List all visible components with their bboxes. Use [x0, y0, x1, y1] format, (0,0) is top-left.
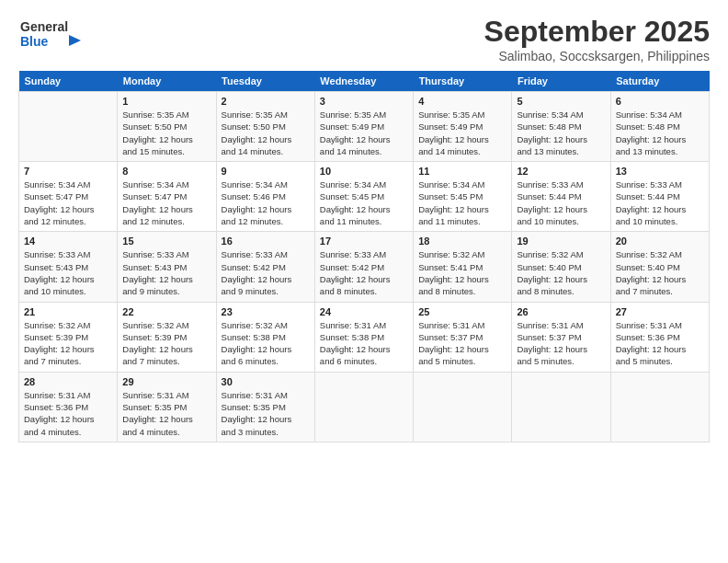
day-number: 30 — [222, 376, 310, 387]
day-number: 16 — [222, 236, 310, 247]
day-number: 9 — [222, 166, 310, 177]
page-title: September 2025 — [484, 15, 710, 49]
calendar-cell — [314, 372, 413, 442]
calendar-cell: 15Sunrise: 5:33 AM Sunset: 5:43 PM Dayli… — [118, 232, 216, 302]
calendar-cell: 3Sunrise: 5:35 AM Sunset: 5:49 PM Daylig… — [314, 92, 413, 162]
calendar-cell: 2Sunrise: 5:35 AM Sunset: 5:50 PM Daylig… — [216, 92, 314, 162]
calendar-week-row: 28Sunrise: 5:31 AM Sunset: 5:36 PM Dayli… — [19, 372, 710, 442]
column-header-saturday: Saturday — [610, 71, 709, 92]
column-header-thursday: Thursday — [414, 71, 512, 92]
calendar-cell — [610, 372, 709, 442]
day-info: Sunrise: 5:31 AM Sunset: 5:37 PM Dayligh… — [517, 319, 605, 368]
day-info: Sunrise: 5:35 AM Sunset: 5:50 PM Dayligh… — [222, 109, 310, 157]
calendar-cell: 1Sunrise: 5:35 AM Sunset: 5:50 PM Daylig… — [118, 92, 216, 162]
day-number: 12 — [517, 166, 605, 177]
day-number: 2 — [222, 96, 310, 107]
svg-marker-2 — [69, 35, 81, 46]
day-number: 22 — [122, 306, 210, 317]
calendar-cell: 27Sunrise: 5:31 AM Sunset: 5:36 PM Dayli… — [610, 302, 709, 372]
day-number: 19 — [517, 236, 605, 247]
calendar-header-row: SundayMondayTuesdayWednesdayThursdayFrid… — [19, 71, 710, 92]
calendar-cell: 28Sunrise: 5:31 AM Sunset: 5:36 PM Dayli… — [19, 372, 118, 442]
calendar-cell — [19, 92, 118, 162]
calendar-cell — [512, 372, 610, 442]
day-number: 27 — [616, 306, 704, 317]
day-info: Sunrise: 5:31 AM Sunset: 5:36 PM Dayligh… — [24, 389, 112, 438]
calendar-week-row: 7Sunrise: 5:34 AM Sunset: 5:47 PM Daylig… — [19, 162, 710, 232]
day-number: 7 — [24, 166, 112, 177]
calendar-cell: 22Sunrise: 5:32 AM Sunset: 5:39 PM Dayli… — [118, 302, 216, 372]
day-info: Sunrise: 5:32 AM Sunset: 5:40 PM Dayligh… — [616, 248, 704, 297]
calendar-cell: 16Sunrise: 5:33 AM Sunset: 5:42 PM Dayli… — [216, 232, 314, 302]
day-info: Sunrise: 5:32 AM Sunset: 5:41 PM Dayligh… — [418, 248, 506, 297]
day-number: 14 — [24, 236, 112, 247]
calendar-cell: 20Sunrise: 5:32 AM Sunset: 5:40 PM Dayli… — [610, 232, 709, 302]
day-info: Sunrise: 5:34 AM Sunset: 5:45 PM Dayligh… — [320, 178, 408, 227]
day-info: Sunrise: 5:32 AM Sunset: 5:40 PM Dayligh… — [517, 248, 605, 297]
calendar-cell: 6Sunrise: 5:34 AM Sunset: 5:48 PM Daylig… — [610, 92, 709, 162]
header: General Blue September 2025 Salimbao, So… — [18, 15, 710, 63]
calendar-cell: 23Sunrise: 5:32 AM Sunset: 5:38 PM Dayli… — [216, 302, 314, 372]
day-number: 21 — [24, 306, 112, 317]
day-number: 18 — [418, 236, 506, 247]
day-info: Sunrise: 5:34 AM Sunset: 5:47 PM Dayligh… — [24, 178, 112, 227]
day-info: Sunrise: 5:33 AM Sunset: 5:43 PM Dayligh… — [24, 248, 112, 297]
calendar-week-row: 1Sunrise: 5:35 AM Sunset: 5:50 PM Daylig… — [19, 92, 710, 162]
day-info: Sunrise: 5:34 AM Sunset: 5:47 PM Dayligh… — [122, 178, 210, 227]
calendar-cell: 29Sunrise: 5:31 AM Sunset: 5:35 PM Dayli… — [118, 372, 216, 442]
day-number: 8 — [122, 166, 210, 177]
calendar-cell: 24Sunrise: 5:31 AM Sunset: 5:38 PM Dayli… — [314, 302, 413, 372]
day-info: Sunrise: 5:31 AM Sunset: 5:38 PM Dayligh… — [320, 319, 408, 368]
day-number: 23 — [222, 306, 310, 317]
day-info: Sunrise: 5:33 AM Sunset: 5:42 PM Dayligh… — [222, 248, 310, 297]
calendar-cell: 4Sunrise: 5:35 AM Sunset: 5:49 PM Daylig… — [414, 92, 512, 162]
title-block: September 2025 Salimbao, Soccsksargen, P… — [484, 15, 710, 63]
day-number: 24 — [320, 306, 408, 317]
day-info: Sunrise: 5:32 AM Sunset: 5:38 PM Dayligh… — [222, 319, 310, 368]
calendar-week-row: 21Sunrise: 5:32 AM Sunset: 5:39 PM Dayli… — [19, 302, 710, 372]
day-info: Sunrise: 5:34 AM Sunset: 5:48 PM Dayligh… — [616, 109, 704, 157]
calendar-cell: 9Sunrise: 5:34 AM Sunset: 5:46 PM Daylig… — [216, 162, 314, 232]
logo-svg: General Blue — [18, 15, 92, 52]
column-header-sunday: Sunday — [19, 71, 118, 92]
calendar-cell: 14Sunrise: 5:33 AM Sunset: 5:43 PM Dayli… — [19, 232, 118, 302]
page: General Blue September 2025 Salimbao, So… — [0, 0, 728, 563]
calendar-cell: 21Sunrise: 5:32 AM Sunset: 5:39 PM Dayli… — [19, 302, 118, 372]
day-info: Sunrise: 5:34 AM Sunset: 5:46 PM Dayligh… — [222, 178, 310, 227]
calendar-table: SundayMondayTuesdayWednesdayThursdayFrid… — [18, 71, 710, 442]
day-info: Sunrise: 5:35 AM Sunset: 5:49 PM Dayligh… — [418, 109, 506, 157]
calendar-cell: 10Sunrise: 5:34 AM Sunset: 5:45 PM Dayli… — [314, 162, 413, 232]
day-number: 17 — [320, 236, 408, 247]
day-info: Sunrise: 5:31 AM Sunset: 5:36 PM Dayligh… — [616, 319, 704, 368]
day-number: 11 — [418, 166, 506, 177]
day-number: 1 — [122, 96, 210, 107]
day-number: 3 — [320, 96, 408, 107]
page-subtitle: Salimbao, Soccsksargen, Philippines — [484, 49, 710, 63]
day-info: Sunrise: 5:32 AM Sunset: 5:39 PM Dayligh… — [24, 319, 112, 368]
svg-text:Blue: Blue — [20, 34, 49, 49]
day-info: Sunrise: 5:32 AM Sunset: 5:39 PM Dayligh… — [122, 319, 210, 368]
svg-text:General: General — [20, 19, 68, 34]
day-info: Sunrise: 5:33 AM Sunset: 5:44 PM Dayligh… — [616, 178, 704, 227]
day-info: Sunrise: 5:31 AM Sunset: 5:35 PM Dayligh… — [122, 389, 210, 438]
calendar-cell: 30Sunrise: 5:31 AM Sunset: 5:35 PM Dayli… — [216, 372, 314, 442]
day-info: Sunrise: 5:35 AM Sunset: 5:50 PM Dayligh… — [122, 109, 210, 157]
column-header-tuesday: Tuesday — [216, 71, 314, 92]
calendar-cell: 13Sunrise: 5:33 AM Sunset: 5:44 PM Dayli… — [610, 162, 709, 232]
day-number: 29 — [122, 376, 210, 387]
day-info: Sunrise: 5:31 AM Sunset: 5:35 PM Dayligh… — [222, 389, 310, 438]
column-header-monday: Monday — [118, 71, 216, 92]
day-info: Sunrise: 5:33 AM Sunset: 5:42 PM Dayligh… — [320, 248, 408, 297]
calendar-cell: 18Sunrise: 5:32 AM Sunset: 5:41 PM Dayli… — [414, 232, 512, 302]
calendar-cell: 19Sunrise: 5:32 AM Sunset: 5:40 PM Dayli… — [512, 232, 610, 302]
column-header-wednesday: Wednesday — [314, 71, 413, 92]
day-number: 28 — [24, 376, 112, 387]
day-number: 10 — [320, 166, 408, 177]
calendar-cell: 25Sunrise: 5:31 AM Sunset: 5:37 PM Dayli… — [414, 302, 512, 372]
calendar-cell: 5Sunrise: 5:34 AM Sunset: 5:48 PM Daylig… — [512, 92, 610, 162]
calendar-cell: 17Sunrise: 5:33 AM Sunset: 5:42 PM Dayli… — [314, 232, 413, 302]
calendar-cell: 26Sunrise: 5:31 AM Sunset: 5:37 PM Dayli… — [512, 302, 610, 372]
day-info: Sunrise: 5:33 AM Sunset: 5:44 PM Dayligh… — [517, 178, 605, 227]
logo: General Blue — [18, 15, 92, 52]
day-number: 20 — [616, 236, 704, 247]
